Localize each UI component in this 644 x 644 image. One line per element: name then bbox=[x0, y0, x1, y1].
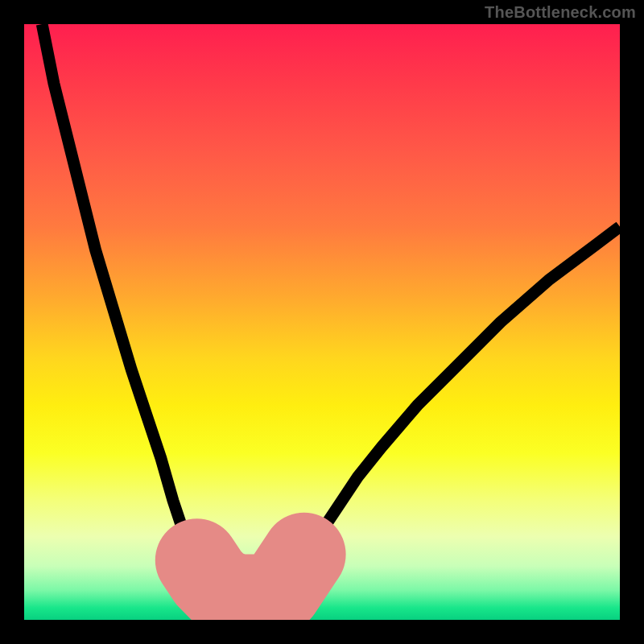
plot-area bbox=[24, 24, 620, 620]
watermark-text: TheBottleneck.com bbox=[485, 3, 636, 22]
curve-layer bbox=[24, 24, 620, 620]
chart-frame: TheBottleneck.com bbox=[0, 0, 644, 644]
sweet-spot-marker bbox=[197, 555, 304, 597]
left-curve bbox=[42, 24, 226, 596]
